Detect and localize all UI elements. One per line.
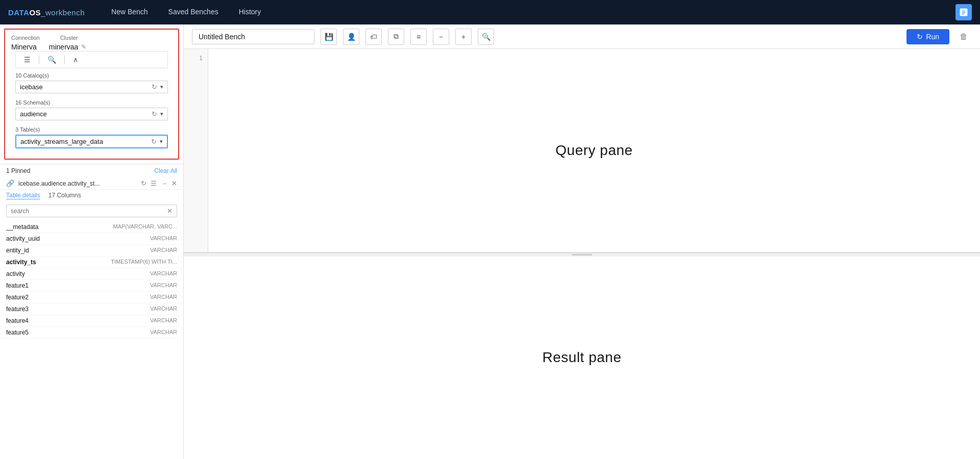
nav-history[interactable]: History — [229, 0, 272, 24]
table-refresh-icon[interactable]: ↻ — [151, 138, 157, 145]
menu-icon[interactable]: ☰ — [22, 55, 33, 65]
tag-button[interactable]: 🏷 — [365, 29, 382, 45]
column-name: feature3 — [6, 305, 29, 313]
pinned-list-icon[interactable]: ☰ — [151, 180, 157, 187]
search-schema-icon[interactable]: 🔍 — [45, 55, 58, 65]
schema-toolbar: ☰ 🔍 ∧ — [15, 51, 168, 68]
schema-chevron-icon[interactable]: ▾ — [160, 111, 163, 117]
run-button[interactable]: ↻ Run — [906, 29, 949, 44]
table-value: activity_streams_large_data — [20, 138, 151, 145]
table-row: activity_uuidVARCHAR — [0, 233, 183, 245]
catalogs-label: 10 Catalog(s) — [15, 72, 168, 79]
result-pane: Result pane — [184, 257, 980, 460]
column-name: activity_uuid — [6, 235, 40, 242]
tables-section: 3 Table(s) activity_streams_large_data ↻… — [11, 126, 172, 152]
cluster-label: Cluster — [60, 35, 78, 41]
cluster-section: minervaa ✎ — [49, 43, 87, 51]
columns-search-input[interactable] — [11, 208, 167, 215]
user-avatar[interactable] — [955, 4, 972, 20]
column-type: TIMESTAMP(6) WITH TI... — [111, 259, 177, 266]
main-content: 💾 👤 🏷 ⧉ ≡ − + 🔍 — [184, 24, 980, 459]
bench-title-input[interactable] — [192, 29, 314, 44]
column-type: VARCHAR — [150, 235, 177, 242]
connection-section: Connection Cluster Minerva minervaa ✎ ☰ … — [4, 29, 179, 160]
table-row: feature2VARCHAR — [0, 292, 183, 303]
column-type: VARCHAR — [150, 282, 177, 289]
nav-new-bench[interactable]: New Bench — [101, 0, 158, 24]
schema-dropdown[interactable]: audience ↻ ▾ — [15, 108, 168, 120]
table-row: activity_tsTIMESTAMP(6) WITH TI... — [0, 257, 183, 268]
pinned-item-actions: ↻ ☰ → ✕ — [141, 180, 177, 187]
top-nav: DATAOS _workbench New Bench Saved Benche… — [0, 0, 980, 24]
schemas-label: 16 Schema(s) — [15, 99, 168, 106]
copy-icon: ⧉ — [394, 32, 399, 41]
connection-value: Minerva — [11, 43, 37, 51]
search-query-icon: 🔍 — [482, 33, 491, 41]
cluster-value: minervaa — [49, 43, 79, 51]
tables-label: 3 Table(s) — [15, 126, 168, 133]
pinned-refresh-icon[interactable]: ↻ — [141, 180, 146, 187]
columns-search-box[interactable]: ✕ — [6, 205, 177, 217]
column-type: VARCHAR — [150, 270, 177, 277]
brand-data: DATA — [8, 8, 29, 17]
query-pane: 1 Query pane — [184, 49, 980, 253]
conn-labels: Connection Cluster — [11, 35, 172, 41]
pane-area: 1 Query pane Result pane — [184, 49, 980, 459]
brand-os: OS — [29, 8, 41, 17]
tag-icon: 🏷 — [370, 33, 377, 41]
table-row: feature4VARCHAR — [0, 315, 183, 327]
catalog-section: 10 Catalog(s) icebase ↻ ▾ — [11, 72, 172, 97]
save-button[interactable]: 💾 — [321, 29, 337, 45]
table-chevron-icon[interactable]: ▾ — [160, 138, 163, 145]
delete-icon: 🗑 — [960, 32, 968, 41]
schema-value: audience — [20, 110, 152, 118]
pinned-link-icon: 🔗 — [6, 180, 14, 187]
clear-all-button[interactable]: Clear All — [154, 167, 177, 174]
format-icon: ≡ — [416, 33, 421, 41]
catalog-refresh-icon[interactable]: ↻ — [152, 83, 157, 91]
catalog-dropdown[interactable]: icebase ↻ ▾ — [15, 81, 168, 93]
format-button[interactable]: ≡ — [410, 29, 427, 45]
toolbar-divider-2 — [64, 56, 65, 64]
zoom-out-button[interactable]: − — [433, 29, 449, 45]
copy-button[interactable]: ⧉ — [388, 29, 404, 45]
column-name: entity_id — [6, 247, 29, 254]
column-type: VARCHAR — [150, 294, 177, 301]
pinned-close-icon[interactable]: ✕ — [172, 180, 177, 187]
brand-workbench: _workbench — [41, 8, 85, 17]
pinned-item-name: icebase.audience.activity_st... — [18, 180, 137, 187]
table-details-bar: Table details 17 Columns — [0, 190, 183, 202]
conn-values: Minerva minervaa ✎ — [11, 43, 172, 51]
column-name: feature4 — [6, 317, 29, 324]
column-name: feature2 — [6, 294, 29, 301]
column-type: VARCHAR — [150, 317, 177, 324]
column-type: VARCHAR — [150, 247, 177, 254]
edit-cluster-icon[interactable]: ✎ — [81, 43, 86, 50]
schema-section: 16 Schema(s) audience ↻ ▾ — [11, 99, 172, 124]
table-details-link[interactable]: Table details — [6, 192, 40, 199]
table-row: __metadataMAP(VARCHAR, VARC... — [0, 221, 183, 233]
columns-count: 17 Columns — [48, 192, 81, 199]
catalog-chevron-icon[interactable]: ▾ — [160, 84, 163, 90]
run-label: Run — [926, 33, 939, 41]
pinned-item: 🔗 icebase.audience.activity_st... ↻ ☰ → … — [0, 177, 183, 190]
collapse-icon[interactable]: ∧ — [71, 55, 80, 65]
column-type: MAP(VARCHAR, VARC... — [113, 223, 178, 231]
user-button[interactable]: 👤 — [343, 29, 359, 45]
zoom-in-icon: + — [461, 33, 465, 41]
delete-bench-button[interactable]: 🗑 — [955, 29, 972, 45]
clear-search-icon[interactable]: ✕ — [167, 207, 173, 215]
zoom-in-button[interactable]: + — [455, 29, 472, 45]
schema-refresh-icon[interactable]: ↻ — [152, 110, 157, 118]
query-editor[interactable]: Query pane — [208, 49, 980, 252]
pinned-header: 1 Pinned Clear All — [0, 164, 183, 177]
sidebar: Connection Cluster Minerva minervaa ✎ ☰ … — [0, 24, 184, 459]
brand-logo: DATAOS _workbench — [8, 8, 85, 17]
pinned-navigate-icon[interactable]: → — [161, 180, 167, 187]
line-number-1: 1 — [199, 53, 203, 63]
table-dropdown[interactable]: activity_streams_large_data ↻ ▾ — [15, 135, 168, 148]
app-body: Connection Cluster Minerva minervaa ✎ ☰ … — [0, 24, 980, 459]
search-query-button[interactable]: 🔍 — [478, 29, 494, 45]
toolbar-divider-1 — [39, 56, 39, 64]
nav-saved-benches[interactable]: Saved Benches — [158, 0, 229, 24]
